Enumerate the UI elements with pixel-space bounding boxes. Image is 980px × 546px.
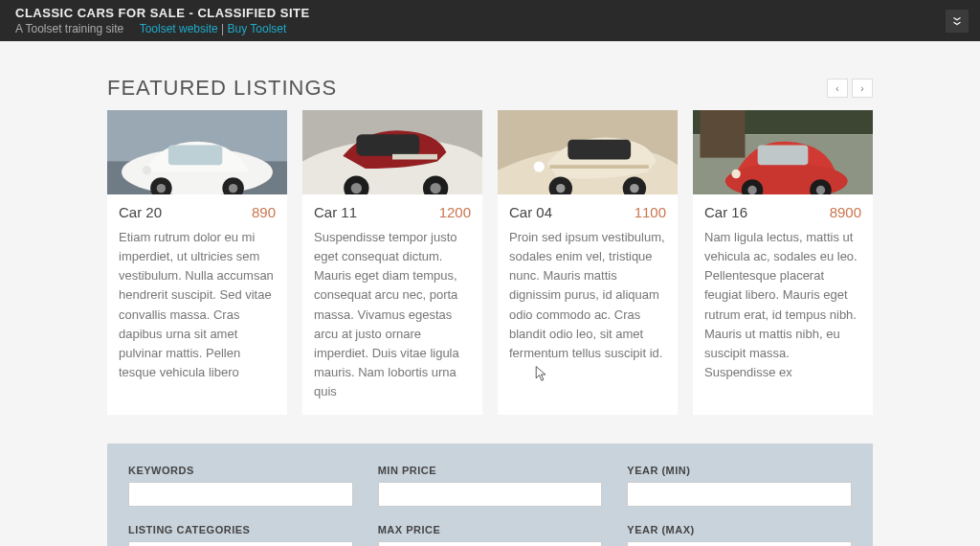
year-max-label: YEAR (MAX) (627, 524, 852, 535)
carousel-prev-button[interactable]: ‹ (827, 79, 848, 98)
topbar: CLASSIC CARS FOR SALE - CLASSIFIED SITE … (0, 0, 980, 41)
listing-description: Nam ligula lectus, mattis ut vehicula ac… (704, 228, 861, 382)
svg-rect-3 (168, 145, 222, 165)
keywords-input[interactable] (128, 482, 353, 507)
svg-point-32 (816, 186, 825, 194)
max-price-input[interactable] (378, 541, 603, 546)
listing-price: 1100 (635, 204, 666, 220)
svg-point-7 (229, 184, 237, 193)
listing-card[interactable]: Car 04 1100 Proin sed ipsum vestibulum, … (498, 110, 678, 415)
featured-heading: FEATURED LISTINGS (107, 76, 337, 101)
svg-point-13 (351, 183, 362, 193)
listing-card[interactable]: Car 11 1200 Suspendisse tempor justo ege… (302, 110, 482, 415)
year-min-input[interactable] (627, 482, 852, 507)
svg-point-14 (430, 183, 440, 193)
expand-toggle-icon[interactable] (946, 10, 969, 33)
carousel-nav: ‹ › (827, 79, 873, 98)
svg-point-8 (143, 166, 151, 174)
svg-rect-17 (568, 140, 631, 160)
svg-point-6 (157, 184, 166, 193)
svg-point-33 (731, 170, 740, 178)
buy-toolset-link[interactable]: Buy Toolset (227, 22, 286, 35)
svg-point-31 (747, 186, 756, 194)
listing-title: Car 16 (704, 204, 747, 220)
car-image (498, 110, 678, 194)
listing-title: Car 20 (119, 204, 162, 220)
svg-point-20 (556, 184, 565, 193)
listing-price: 1200 (439, 204, 471, 220)
search-filters: KEYWORDS MIN PRICE YEAR (MIN) LISTING CA… (107, 444, 873, 546)
listing-card[interactable]: Car 16 8900 Nam ligula lectus, mattis ut… (693, 110, 873, 415)
min-price-input[interactable] (378, 482, 603, 507)
svg-rect-26 (701, 110, 746, 158)
keywords-label: KEYWORDS (128, 465, 353, 476)
year-min-label: YEAR (MIN) (627, 465, 852, 476)
listing-price: 8900 (830, 204, 861, 220)
svg-point-21 (630, 184, 638, 193)
listing-description: Proin sed ipsum vestibulum, sodales enim… (509, 228, 666, 363)
max-price-label: MAX PRICE (378, 524, 603, 535)
listing-card[interactable]: Car 20 890 Etiam rutrum dolor eu mi impe… (107, 110, 287, 415)
listing-title: Car 11 (314, 204, 357, 220)
subline-prefix: A Toolset training site (15, 22, 123, 35)
listing-price: 890 (252, 204, 276, 220)
listing-title: Car 04 (509, 204, 552, 220)
svg-rect-10 (356, 134, 419, 156)
car-image (693, 110, 873, 194)
site-title: CLASSIC CARS FOR SALE - CLASSIFIED SITE (15, 6, 965, 20)
categories-select[interactable]: -ANY- (128, 541, 353, 546)
svg-rect-28 (758, 145, 809, 165)
featured-cards: Car 20 890 Etiam rutrum dolor eu mi impe… (107, 110, 873, 415)
listing-description: Etiam rutrum dolor eu mi imperdiet, ut u… (119, 228, 276, 382)
year-max-input[interactable] (627, 541, 852, 546)
min-price-label: MIN PRICE (378, 465, 603, 476)
toolset-website-link[interactable]: Toolset website (140, 22, 218, 35)
svg-rect-23 (550, 165, 649, 169)
listing-description: Suspendisse tempor justo eget consequat … (314, 228, 471, 401)
car-image (302, 110, 482, 194)
site-subline: A Toolset training site Toolset website … (15, 22, 965, 35)
categories-label: LISTING CATEGORIES (128, 524, 353, 535)
svg-rect-15 (392, 154, 437, 160)
car-image (107, 110, 287, 194)
svg-point-22 (534, 161, 545, 171)
carousel-next-button[interactable]: › (852, 79, 873, 98)
